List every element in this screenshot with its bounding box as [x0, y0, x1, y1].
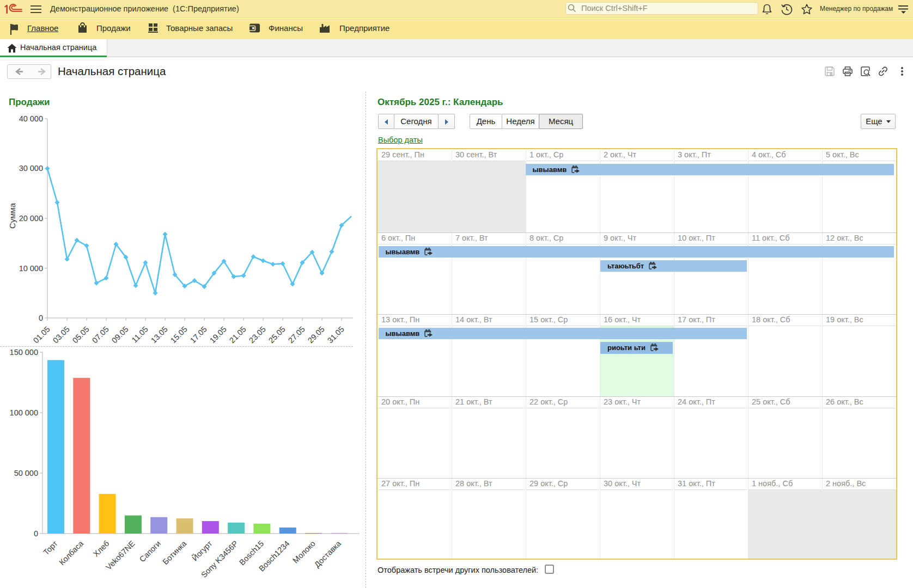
svg-text:29.05: 29.05: [306, 324, 326, 345]
svg-text:07.05: 07.05: [90, 324, 111, 345]
svg-text:19.05: 19.05: [208, 324, 228, 345]
svg-text:03.05: 03.05: [51, 324, 71, 345]
svg-text:Сапоги: Сапоги: [138, 539, 162, 564]
svg-text:25.05: 25.05: [267, 324, 287, 345]
svg-text:40 000: 40 000: [19, 114, 43, 123]
svg-text:Сумма: Сумма: [8, 203, 17, 229]
svg-text:Йогурт: Йогурт: [190, 538, 214, 562]
svg-text:Колбаса: Колбаса: [57, 538, 86, 567]
svg-text:Ботинка: Ботинка: [161, 538, 188, 566]
svg-text:21.05: 21.05: [228, 324, 248, 345]
svg-text:20 000: 20 000: [19, 214, 43, 223]
svg-text:09.05: 09.05: [110, 324, 130, 345]
svg-text:Доставка: Доставка: [313, 538, 343, 569]
svg-text:0: 0: [39, 314, 43, 322]
svg-text:27.05: 27.05: [287, 324, 307, 345]
svg-text:50 000: 50 000: [14, 469, 38, 477]
svg-text:17.05: 17.05: [188, 324, 209, 345]
svg-text:150 000: 150 000: [10, 348, 38, 357]
svg-text:05.05: 05.05: [71, 324, 91, 345]
svg-text:10 000: 10 000: [19, 264, 43, 273]
svg-text:23.05: 23.05: [247, 324, 267, 345]
svg-text:100 000: 100 000: [10, 408, 38, 417]
svg-text:Хлеб: Хлеб: [92, 539, 111, 559]
svg-text:31.05: 31.05: [326, 324, 346, 345]
svg-text:Молоко: Молоко: [291, 539, 317, 565]
svg-text:01.05: 01.05: [32, 324, 52, 345]
svg-text:15.05: 15.05: [169, 324, 189, 345]
svg-text:30 000: 30 000: [19, 164, 43, 173]
svg-text:Торт: Торт: [41, 539, 59, 557]
svg-text:0: 0: [34, 529, 38, 538]
svg-text:13.05: 13.05: [149, 324, 169, 345]
svg-text:11.05: 11.05: [130, 324, 150, 344]
